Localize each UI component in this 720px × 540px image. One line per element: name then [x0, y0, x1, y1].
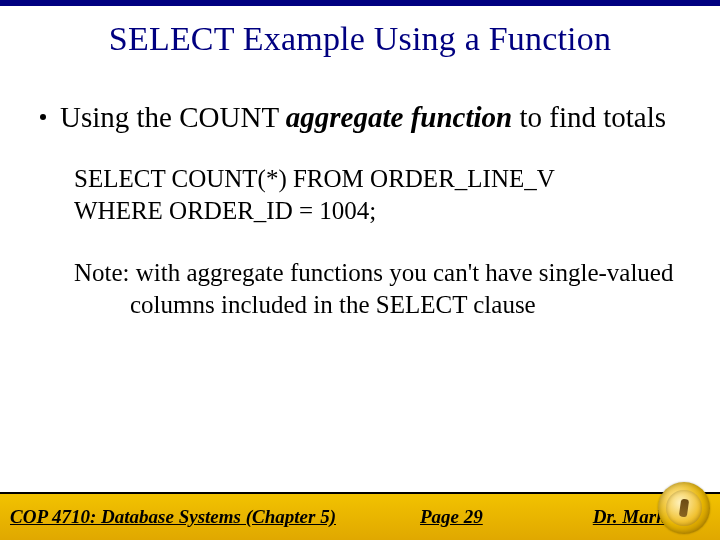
footer-page: Page 29 — [420, 506, 483, 528]
footer-course: COP 4710: Database Systems (Chapter 5) — [10, 506, 336, 528]
bullet-text: Using the COUNT aggregate function to fi… — [60, 100, 680, 135]
slide-body: Using the COUNT aggregate function to fi… — [0, 66, 720, 320]
sql-code-block: SELECT COUNT(*) FROM ORDER_LINE_V WHERE … — [74, 163, 680, 227]
slide: SELECT Example Using a Function Using th… — [0, 0, 720, 540]
slide-title: SELECT Example Using a Function — [0, 6, 720, 66]
bullet-item: Using the COUNT aggregate function to fi… — [40, 100, 680, 135]
note-text: Note: with aggregate functions you can't… — [130, 257, 680, 320]
footer-author: Dr. Mark — [593, 506, 666, 528]
bullet-suffix: to find totals — [512, 101, 666, 133]
note-block: Note: with aggregate functions you can't… — [130, 257, 680, 320]
seal-icon — [658, 482, 710, 534]
footer-bar: COP 4710: Database Systems (Chapter 5) P… — [0, 492, 720, 540]
sql-line-2: WHERE ORDER_ID = 1004; — [74, 195, 680, 227]
bullet-dot-icon — [40, 114, 46, 120]
bullet-emph: aggregate function — [286, 101, 512, 133]
sql-line-1: SELECT COUNT(*) FROM ORDER_LINE_V — [74, 163, 680, 195]
bullet-prefix: Using the COUNT — [60, 101, 286, 133]
